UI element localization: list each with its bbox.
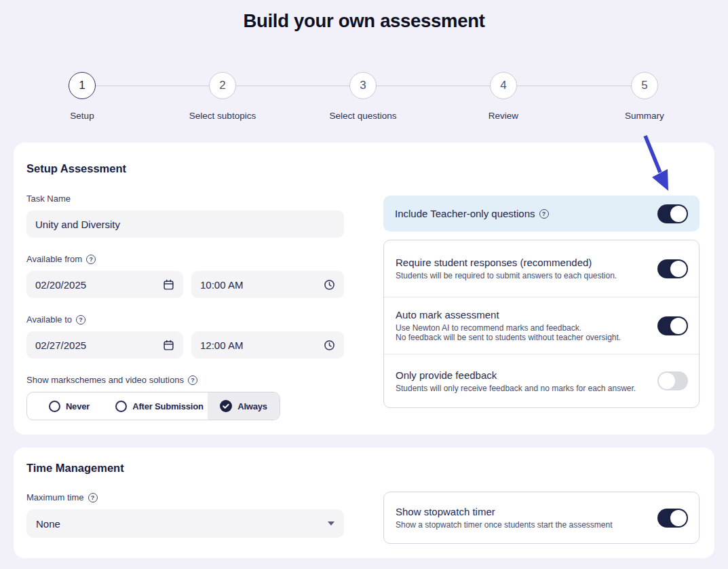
markschemes-segmented-control: Never After Submission Always <box>26 392 280 420</box>
help-icon[interactable]: ? <box>88 493 98 502</box>
show-stopwatch-timer-subtitle: Show a stopwatch timer once students sta… <box>396 520 649 530</box>
only-provide-feedback-row: Only provide feedback Students will only… <box>384 354 699 407</box>
markschemes-label: Show markschemes and video solutions ? <box>26 375 197 385</box>
option-never[interactable]: Never <box>27 392 111 420</box>
help-icon[interactable]: ? <box>86 255 96 264</box>
available-from-label: Available from ? <box>26 254 96 264</box>
time-card-title: Time Management <box>26 462 124 475</box>
only-provide-feedback-title: Only provide feedback <box>396 369 649 381</box>
task-name-label: Task Name <box>26 194 71 204</box>
only-provide-feedback-toggle[interactable] <box>657 371 688 390</box>
step-label-select-subtopics: Select subtopics <box>168 111 277 121</box>
task-name-input[interactable]: Unity and Diversity <box>26 210 344 238</box>
calendar-icon <box>163 339 174 351</box>
setup-assessment-card: Setup Assessment Task Name Unity and Div… <box>14 143 714 435</box>
require-student-responses-toggle[interactable] <box>657 259 688 278</box>
option-after-submission[interactable]: After Submission <box>111 392 208 420</box>
step-label-summary: Summary <box>590 111 699 121</box>
step-label-setup: Setup <box>28 111 136 121</box>
require-student-responses-title: Require student responses (recommended) <box>396 257 649 268</box>
available-to-date-input[interactable]: 02/27/2025 <box>26 331 183 359</box>
stepper: 1 Setup 2 Select subtopics 3 Select ques… <box>0 72 728 126</box>
show-stopwatch-timer-row: Show stopwatch timer Show a stopwatch ti… <box>383 492 700 544</box>
step-select-subtopics[interactable]: 2 Select subtopics <box>168 72 277 121</box>
check-circle-icon <box>220 400 232 412</box>
radio-icon <box>115 401 127 412</box>
maximum-time-label: Maximum time ? <box>26 492 98 502</box>
radio-icon <box>49 401 60 412</box>
available-to-label: Available to ? <box>26 314 85 325</box>
available-from-time-input[interactable]: 10:00 AM <box>191 271 344 298</box>
show-stopwatch-timer-toggle[interactable] <box>657 509 688 528</box>
require-student-responses-row: Require student responses (recommended) … <box>384 240 699 297</box>
step-label-select-questions: Select questions <box>309 111 417 121</box>
include-teacher-only-row: Include Teacher-only questions ? <box>383 196 700 232</box>
include-teacher-only-label: Include Teacher-only questions ? <box>395 208 657 219</box>
auto-mark-assessment-toggle[interactable] <box>657 316 688 335</box>
page: { "page": { "title": "Build your own ass… <box>0 0 728 569</box>
help-icon[interactable]: ? <box>539 209 549 219</box>
step-review[interactable]: 4 Review <box>449 72 558 121</box>
setup-card-title: Setup Assessment <box>26 162 126 175</box>
auto-mark-assessment-subtitle: Use Newton AI to recommend marks and fee… <box>396 323 649 333</box>
auto-mark-assessment-row: Auto mark assessment Use Newton AI to re… <box>384 297 699 354</box>
auto-mark-assessment-title: Auto mark assessment <box>396 309 649 320</box>
only-provide-feedback-subtitle: Students will only receive feedback and … <box>396 384 649 393</box>
step-circle-4: 4 <box>490 72 517 99</box>
require-student-responses-subtitle: Students will be required to submit answ… <box>396 271 649 280</box>
available-from-date-input[interactable]: 02/20/2025 <box>26 271 183 298</box>
available-to-time-input[interactable]: 12:00 AM <box>191 331 344 359</box>
clock-icon <box>324 339 335 351</box>
chevron-down-icon <box>328 521 334 526</box>
include-teacher-only-toggle[interactable] <box>657 204 688 223</box>
help-icon[interactable]: ? <box>76 315 85 325</box>
time-management-card: Time Management Maximum time ? None Show… <box>14 447 714 558</box>
auto-mark-assessment-subtitle2: No feedback will be sent to students wit… <box>396 333 649 342</box>
page-title: Build your own assessment <box>0 10 728 32</box>
step-setup[interactable]: 1 Setup <box>28 72 136 121</box>
show-stopwatch-timer-title: Show stopwatch timer <box>396 506 649 517</box>
step-label-review: Review <box>449 111 558 121</box>
step-circle-1: 1 <box>69 72 96 99</box>
step-circle-2: 2 <box>209 72 236 99</box>
calendar-icon <box>163 279 174 291</box>
option-always[interactable]: Always <box>208 392 280 420</box>
step-circle-3: 3 <box>349 72 377 99</box>
response-settings-group: Require student responses (recommended) … <box>383 240 700 408</box>
pointer-arrow <box>638 132 678 200</box>
maximum-time-dropdown[interactable]: None <box>26 509 344 538</box>
help-icon[interactable]: ? <box>188 375 197 385</box>
step-summary[interactable]: 5 Summary <box>590 72 699 121</box>
clock-icon <box>324 279 335 291</box>
step-circle-5: 5 <box>631 72 658 99</box>
step-select-questions[interactable]: 3 Select questions <box>309 72 417 121</box>
